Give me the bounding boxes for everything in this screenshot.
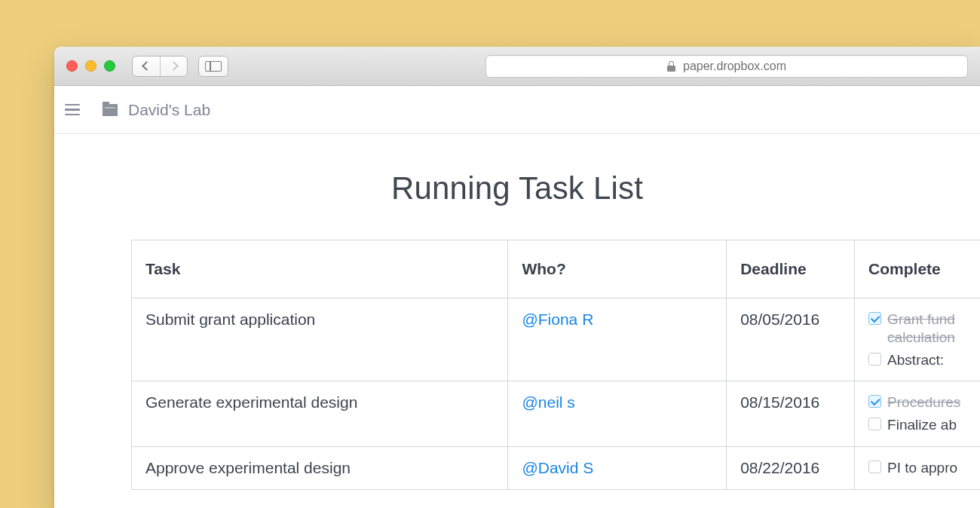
checklist-text[interactable]: PI to appro [887, 459, 957, 477]
cell-who[interactable]: @neil s [508, 381, 727, 447]
address-bar-text: paper.dropbox.com [683, 60, 786, 73]
mention-link[interactable]: @David S [522, 459, 593, 476]
address-bar[interactable]: paper.dropbox.com [485, 55, 968, 78]
checkbox-icon[interactable] [868, 353, 881, 366]
cell-complete[interactable]: Grant fund calculation Abstract: [855, 298, 980, 381]
checklist-item: Procedures [868, 393, 980, 412]
page-content: David's Lab Running Task List Task Who? … [54, 86, 980, 508]
browser-toolbar: paper.dropbox.com [54, 47, 980, 86]
column-header-task[interactable]: Task [132, 240, 508, 298]
column-header-who[interactable]: Who? [508, 240, 727, 298]
checklist-item: Grant fund calculation [868, 311, 980, 347]
cell-complete[interactable]: PI to appro [855, 446, 980, 489]
checklist-text[interactable]: Finalize ab [887, 416, 957, 434]
table-row: Approve experimental design @David S 08/… [132, 446, 981, 489]
mention-link[interactable]: @Fiona R [522, 311, 593, 328]
chevron-right-icon [169, 61, 179, 71]
breadcrumb-label: David's Lab [128, 101, 210, 119]
back-button[interactable] [133, 57, 160, 76]
folder-icon [103, 104, 118, 116]
cell-deadline[interactable]: 08/15/2016 [727, 381, 855, 447]
cell-deadline[interactable]: 08/22/2016 [727, 446, 855, 489]
minimize-window-button[interactable] [85, 60, 96, 72]
sidebar-icon [205, 61, 222, 72]
sidebar-toggle-button[interactable] [198, 56, 228, 77]
checklist-text[interactable]: Grant fund calculation [887, 311, 980, 347]
close-window-button[interactable] [66, 60, 78, 72]
nav-buttons [132, 56, 188, 77]
checkbox-icon[interactable] [868, 312, 881, 325]
forward-button[interactable] [160, 57, 187, 76]
cell-complete[interactable]: Procedures Finalize ab [855, 381, 980, 447]
cell-task[interactable]: Generate experimental design [132, 381, 508, 447]
checkbox-icon[interactable] [868, 461, 881, 473]
checkbox-icon[interactable] [868, 418, 881, 430]
cell-task[interactable]: Approve experimental design [132, 446, 508, 489]
cell-task[interactable]: Submit grant application [132, 298, 508, 381]
lock-icon [667, 61, 675, 72]
cell-who[interactable]: @David S [508, 446, 727, 489]
checklist-text[interactable]: Abstract: [887, 351, 944, 369]
document-title[interactable]: Running Task List [54, 170, 980, 207]
hamburger-icon [65, 104, 80, 106]
browser-window: paper.dropbox.com David's Lab Running Ta… [54, 47, 980, 508]
table-row: Generate experimental design @neil s 08/… [132, 381, 981, 447]
checkbox-icon[interactable] [868, 395, 881, 408]
checklist-text[interactable]: Procedures [887, 393, 960, 412]
zoom-window-button[interactable] [104, 60, 115, 72]
menu-button[interactable] [65, 99, 80, 121]
task-table: Task Who? Deadline Complete Submit grant… [131, 240, 980, 490]
paper-header: David's Lab [54, 86, 980, 134]
column-header-complete[interactable]: Complete [855, 240, 980, 298]
checklist-item: Abstract: [868, 351, 980, 369]
breadcrumb[interactable]: David's Lab [103, 101, 210, 119]
checklist-item: Finalize ab [868, 416, 980, 434]
cell-who[interactable]: @Fiona R [508, 298, 727, 381]
window-controls [66, 60, 115, 72]
column-header-deadline[interactable]: Deadline [727, 240, 855, 298]
cell-deadline[interactable]: 08/05/2016 [727, 298, 855, 381]
table-row: Submit grant application @Fiona R 08/05/… [132, 298, 981, 381]
mention-link[interactable]: @neil s [522, 393, 574, 411]
checklist-item: PI to appro [868, 459, 980, 477]
chevron-left-icon [142, 61, 152, 71]
